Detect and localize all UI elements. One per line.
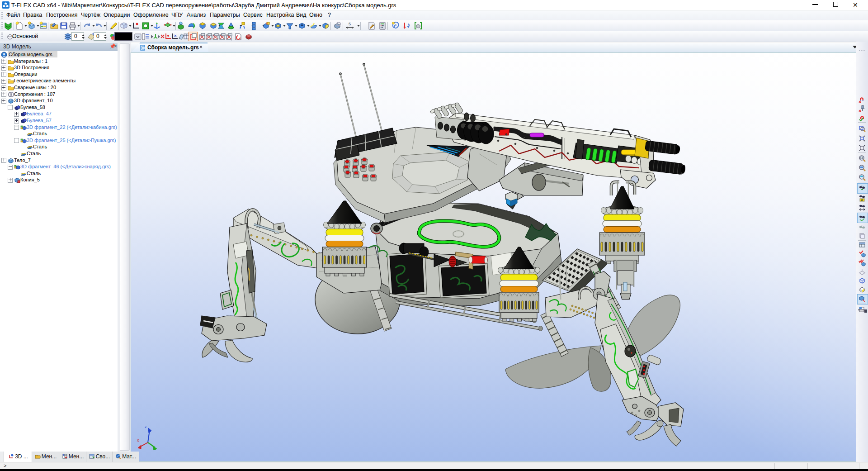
svg-text:z: z: [145, 424, 147, 429]
svg-text:10: 10: [861, 199, 863, 201]
svg-text:5: 5: [349, 22, 351, 26]
svg-text:x: x: [137, 438, 139, 442]
